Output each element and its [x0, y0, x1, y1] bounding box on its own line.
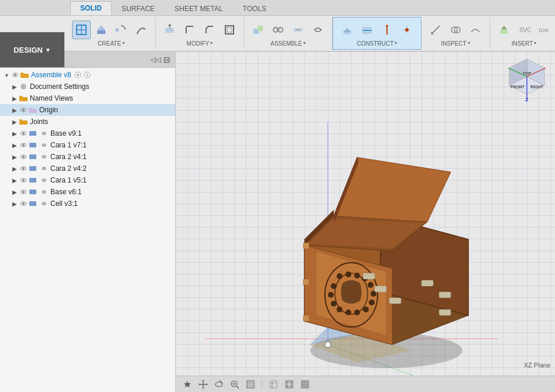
design-mode-button[interactable]: DESIGN ▼	[0, 32, 64, 67]
svg-point-52	[77, 74, 79, 76]
chamfer-btn[interactable]	[200, 20, 219, 39]
revolve-btn[interactable]	[112, 20, 131, 39]
tree-item-base-v6-1[interactable]: ▶ Base v6:1	[0, 186, 175, 198]
cell-v3-body-icon	[28, 199, 37, 208]
svg-marker-4	[97, 25, 105, 30]
cara2-v4-2-expand[interactable]: ▶	[11, 164, 19, 173]
press-pull-btn[interactable]	[160, 20, 179, 39]
sweep-btn[interactable]	[132, 20, 150, 39]
tab-tools[interactable]: TOOLS	[233, 1, 276, 15]
view-settings-btn[interactable]	[298, 379, 312, 390]
pan-tool-btn[interactable]	[196, 379, 210, 390]
midplane-btn[interactable]	[358, 20, 376, 39]
point-btn[interactable]	[398, 20, 416, 39]
orbit-tool-btn[interactable]	[212, 379, 226, 390]
measure-btn[interactable]	[426, 20, 445, 39]
construct-dropdown-arrow[interactable]: ▾	[395, 40, 397, 46]
zoom-tool-btn[interactable]	[228, 379, 242, 390]
create-dropdown-arrow[interactable]: ▾	[122, 40, 125, 46]
svg-text:RIGHT: RIGHT	[530, 85, 544, 89]
svg-rect-114	[439, 292, 451, 298]
svg-point-93	[328, 292, 334, 298]
tab-surface[interactable]: SURFACE	[112, 1, 165, 15]
fillet-btn[interactable]	[180, 20, 199, 39]
browser-tree: ▾ Assemble v8 ▶ Document Settings	[0, 68, 175, 392]
svg-rect-113	[422, 280, 433, 286]
insert-dxf-btn[interactable]: DXF	[535, 20, 553, 39]
interference-btn[interactable]	[446, 20, 465, 39]
navigation-cube[interactable]: TOP FRONT RIGHT Z	[503, 56, 550, 103]
display-mode-btn[interactable]	[266, 379, 280, 390]
base-v6-eye[interactable]	[19, 187, 28, 197]
base-v9-eye[interactable]	[19, 129, 28, 138]
base-v6-expand[interactable]: ▶	[11, 188, 19, 196]
shell-btn[interactable]	[220, 20, 239, 39]
root-settings-icon[interactable]	[74, 71, 82, 79]
origin-eye-icon[interactable]	[19, 105, 28, 115]
inspect-dropdown-arrow[interactable]: ▾	[468, 40, 470, 46]
insert-svg-btn[interactable]: SVG	[515, 20, 533, 39]
insert-derive-btn[interactable]	[495, 20, 513, 39]
joint-btn[interactable]	[269, 20, 287, 39]
cell-v3-eye[interactable]	[19, 199, 28, 208]
tree-item-doc-settings[interactable]: ▶ Document Settings	[0, 81, 175, 92]
insert-label: INSERT	[512, 40, 533, 47]
tree-item-cara1-v7-1[interactable]: ▶ Cara 1 v7:1	[0, 139, 175, 151]
cara2-v4-2-link-icon	[39, 164, 49, 173]
modify-dropdown-arrow[interactable]: ▾	[210, 40, 213, 46]
motion-link-btn[interactable]	[309, 20, 327, 39]
curvature-btn[interactable]	[466, 20, 485, 39]
cara1-v5-expand[interactable]: ▶	[11, 176, 19, 184]
tree-root-item[interactable]: ▾ Assemble v8	[0, 69, 175, 81]
viewport-canvas[interactable]: TOP FRONT RIGHT Z XZ Plane	[176, 51, 555, 392]
svg-line-139	[237, 386, 239, 388]
base-v9-expand[interactable]: ▶	[11, 129, 19, 137]
tree-item-cell-v3-1[interactable]: ▶ Cell v3:1	[0, 198, 175, 209]
tree-item-joints[interactable]: ▶ Joints	[0, 116, 175, 128]
create-new-component-btn[interactable]	[72, 20, 91, 39]
viewport[interactable]: TOP FRONT RIGHT Z XZ Plane	[176, 51, 555, 392]
cara1-v7-eye[interactable]	[19, 140, 28, 150]
root-eye-icon[interactable]	[11, 70, 20, 80]
grid-toggle-btn[interactable]	[282, 379, 296, 390]
named-views-expand[interactable]: ▶	[11, 94, 19, 102]
tree-item-origin[interactable]: ▶ Origin	[0, 104, 175, 116]
fit-to-screen-btn[interactable]	[244, 379, 258, 390]
svg-marker-21	[362, 27, 372, 29]
as-built-joint-btn[interactable]	[289, 20, 307, 39]
cara1-v5-eye[interactable]	[19, 176, 28, 185]
tree-item-cara2-v4-2[interactable]: ▶ Cara 2 v4:2	[0, 163, 175, 174]
root-expand-arrow[interactable]: ▾	[2, 71, 11, 79]
joints-label: Joints	[30, 118, 48, 126]
cara2-v4-1-expand[interactable]: ▶	[11, 153, 19, 161]
assemble-dropdown-arrow[interactable]: ▾	[303, 40, 306, 46]
cell-v3-expand[interactable]: ▶	[11, 200, 19, 208]
svg-point-50	[14, 74, 16, 76]
new-component-btn[interactable]	[249, 20, 268, 39]
svg-marker-35	[501, 26, 507, 29]
insert-dropdown-arrow[interactable]: ▾	[534, 40, 536, 46]
snap-tool-btn[interactable]	[180, 379, 194, 390]
cara1-v5-body-icon	[28, 176, 37, 185]
svg-marker-135	[198, 383, 200, 386]
axis-btn[interactable]	[378, 20, 396, 39]
tree-item-named-views[interactable]: ▶ Named Views	[0, 92, 175, 104]
svg-marker-134	[202, 388, 204, 389]
svg-point-60	[22, 132, 25, 135]
browser-expand-icon[interactable]: ◁◁	[150, 56, 161, 64]
browser-collapse-btn[interactable]: ⊟	[163, 55, 170, 64]
svg-rect-148	[274, 385, 276, 387]
tree-item-base-v9-1[interactable]: ▶ Base v9:1	[0, 128, 175, 139]
cara2-v4-2-eye[interactable]	[19, 164, 28, 173]
tree-item-cara1-v5-1[interactable]: ▶ Cara 1 v5:1	[0, 174, 175, 186]
tab-solid[interactable]: SOLID	[70, 1, 112, 15]
tree-item-cara2-v4-1[interactable]: ▶ Cara 2 v4:1	[0, 151, 175, 163]
offset-plane-btn[interactable]	[338, 20, 357, 39]
doc-settings-expand[interactable]: ▶	[11, 82, 19, 91]
extrude-btn[interactable]	[92, 20, 111, 39]
cara2-v4-1-eye[interactable]	[19, 152, 28, 161]
joints-expand[interactable]: ▶	[11, 118, 19, 126]
tab-sheet-metal[interactable]: SHEET METAL	[165, 1, 232, 15]
cara1-v7-expand[interactable]: ▶	[11, 141, 19, 149]
origin-expand[interactable]: ▶	[11, 106, 19, 114]
